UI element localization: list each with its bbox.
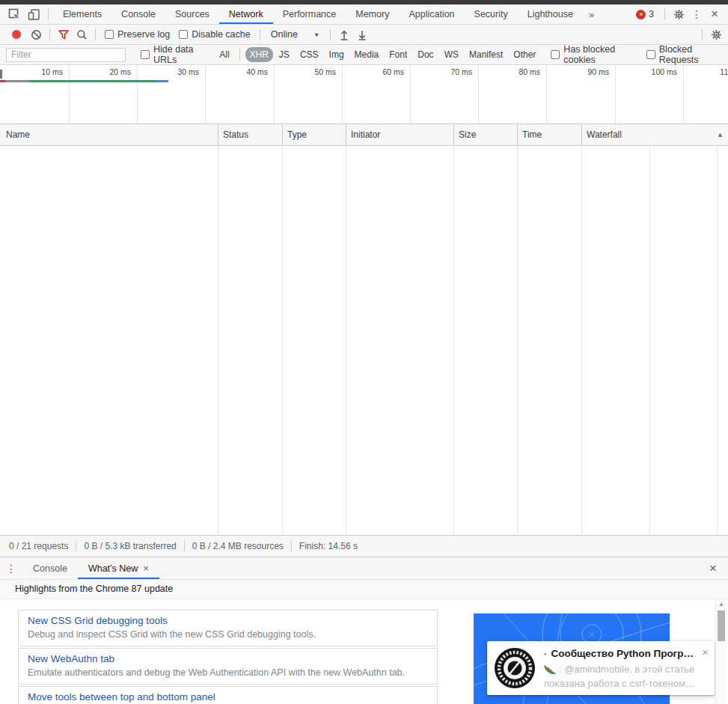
- tab-elements[interactable]: Elements: [53, 4, 111, 24]
- type-filter-img[interactable]: Img: [325, 47, 349, 62]
- blocked-requests-checkbox[interactable]: Blocked Requests: [646, 44, 724, 65]
- hide-data-urls-checkbox[interactable]: Hide data URLs: [141, 44, 209, 65]
- column-gridline: [282, 146, 283, 536]
- column-header-waterfall[interactable]: Waterfall: [587, 124, 622, 146]
- sort-ascending-icon[interactable]: ▲: [717, 124, 724, 146]
- notification-popup[interactable]: Сообщество Python Прогр… × : @amindmobil…: [487, 641, 715, 695]
- community-avatar[interactable]: [495, 648, 535, 688]
- column-divider[interactable]: [581, 124, 582, 146]
- type-filter-media[interactable]: Media: [350, 47, 384, 62]
- close-tab-icon[interactable]: ×: [143, 563, 149, 574]
- card-link-css-grid[interactable]: New CSS Grid debugging tools: [28, 615, 428, 626]
- settings-gear-icon[interactable]: [670, 5, 688, 23]
- dropdown-arrow-icon: ▼: [314, 32, 319, 37]
- error-count-badge[interactable]: × 3: [636, 9, 654, 19]
- column-header-size[interactable]: Size: [459, 124, 476, 146]
- network-toolbar: Preserve log Disable cache Online ▼: [0, 25, 728, 45]
- tab-performance[interactable]: Performance: [273, 4, 346, 24]
- network-summary-bar: 0 / 21 requests 0 B / 5.3 kB transferred…: [0, 536, 728, 557]
- drawer-tab-whats-new[interactable]: What's New ×: [78, 557, 159, 579]
- ruler-gridline: [683, 65, 684, 124]
- tab-sources[interactable]: Sources: [165, 4, 219, 24]
- drawer-menu-icon[interactable]: ⋮: [0, 557, 22, 579]
- filter-funnel-icon[interactable]: [55, 25, 73, 43]
- tab-application[interactable]: Application: [399, 4, 464, 24]
- search-icon[interactable]: [73, 25, 91, 43]
- close-devtools-icon[interactable]: ×: [706, 5, 724, 23]
- record-network-log-button[interactable]: [12, 30, 21, 39]
- scrollbar-thumb[interactable]: [718, 610, 725, 641]
- overview-left-handle[interactable]: [0, 70, 2, 79]
- whats-new-scrollbar[interactable]: ▲: [715, 599, 727, 704]
- error-icon: ×: [636, 10, 646, 19]
- tab-network[interactable]: Network: [219, 4, 273, 24]
- more-tabs-icon[interactable]: »: [583, 4, 600, 24]
- network-settings-gear-icon[interactable]: [707, 25, 725, 43]
- waterfall-gridline: [717, 146, 718, 536]
- device-toolbar-icon[interactable]: [24, 4, 43, 24]
- disable-cache-checkbox[interactable]: Disable cache: [179, 29, 251, 40]
- filter-input[interactable]: [6, 48, 126, 62]
- column-gridline: [517, 146, 518, 536]
- card-link-webauthn[interactable]: New WebAuthn tab: [28, 653, 428, 664]
- column-header-status[interactable]: Status: [223, 124, 248, 146]
- drawer-tabbar: ⋮ Console What's New × ×: [0, 557, 728, 580]
- tab-memory[interactable]: Memory: [346, 4, 399, 24]
- checkbox-box: [646, 50, 655, 59]
- more-options-icon[interactable]: ⋮: [688, 5, 706, 23]
- column-gridline: [218, 146, 218, 536]
- transferred-size: 0 B / 5.3 kB transferred: [84, 541, 176, 551]
- card-description: Emulate authenticators and debug the Web…: [28, 667, 428, 678]
- type-filter-all[interactable]: All: [215, 47, 233, 62]
- checkbox-box: [105, 30, 114, 39]
- divider: [48, 8, 49, 20]
- whats-new-card: Move tools between top and bottom panel: [18, 686, 438, 704]
- type-filter-ws[interactable]: WS: [440, 47, 463, 62]
- type-filter-xhr[interactable]: XHR: [245, 47, 273, 62]
- type-filter-manifest[interactable]: Manifest: [465, 47, 507, 62]
- network-overview-timeline[interactable]: 10 ms 20 ms 30 ms 40 ms 50 ms 60 ms 70 m…: [0, 65, 728, 124]
- popup-title: Сообщество Python Прогр…: [544, 648, 694, 659]
- column-header-initiator[interactable]: Initiator: [351, 124, 380, 146]
- type-filter-font[interactable]: Font: [385, 47, 412, 62]
- clear-network-log-icon[interactable]: [27, 25, 45, 43]
- column-header-time[interactable]: Time: [522, 124, 542, 146]
- divider: [49, 28, 50, 40]
- column-divider[interactable]: [218, 124, 218, 146]
- tab-console[interactable]: Console: [111, 4, 165, 24]
- column-divider[interactable]: [282, 124, 283, 146]
- ruler-gridline: [410, 65, 411, 124]
- overview-segment-red: [0, 80, 5, 82]
- column-divider[interactable]: [346, 124, 346, 146]
- type-filter-doc[interactable]: Doc: [413, 47, 438, 62]
- ruler-tick-label: 70 ms: [430, 67, 475, 76]
- tab-security[interactable]: Security: [465, 4, 518, 24]
- drawer-tab-console[interactable]: Console: [22, 557, 78, 579]
- divider: [291, 541, 292, 551]
- import-har-icon[interactable]: [335, 25, 353, 43]
- whats-new-content: New CSS Grid debugging tools Debug and i…: [0, 599, 728, 704]
- ruler-tick-label: 100 ms: [635, 67, 680, 76]
- column-header-type[interactable]: Type: [287, 124, 307, 146]
- popup-close-icon[interactable]: ×: [702, 646, 709, 658]
- preserve-log-checkbox[interactable]: Preserve log: [105, 29, 170, 40]
- whats-new-heading: Highlights from the Chrome 87 update: [0, 580, 728, 599]
- scrollbar-up-arrow[interactable]: ▲: [716, 601, 727, 607]
- type-filter-js[interactable]: JS: [275, 47, 294, 62]
- column-header-name[interactable]: Name: [6, 124, 30, 146]
- column-divider[interactable]: [517, 124, 518, 146]
- popup-message-line1: : @amindmobile, в этой статье: [544, 664, 694, 675]
- type-filter-css[interactable]: CSS: [296, 47, 323, 62]
- ruler-tick-label: 60 ms: [362, 67, 407, 76]
- whats-new-card: New CSS Grid debugging tools Debug and i…: [18, 610, 438, 646]
- divider: [239, 49, 240, 61]
- export-har-icon[interactable]: [353, 25, 371, 43]
- column-divider[interactable]: [453, 124, 454, 146]
- close-drawer-icon[interactable]: ×: [704, 560, 722, 578]
- type-filter-other[interactable]: Other: [509, 47, 540, 62]
- tab-lighthouse[interactable]: Lighthouse: [518, 4, 583, 24]
- card-link-move-tools[interactable]: Move tools between top and bottom panel: [28, 691, 428, 703]
- inspect-element-icon[interactable]: [4, 4, 24, 24]
- has-blocked-cookies-checkbox[interactable]: Has blocked cookies: [551, 44, 637, 65]
- throttling-dropdown[interactable]: Online ▼: [271, 29, 319, 40]
